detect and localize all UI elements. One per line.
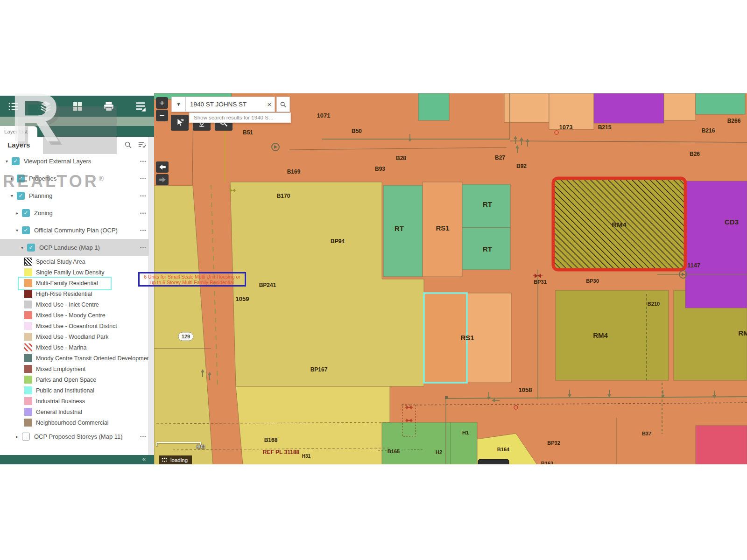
layer-tree-item[interactable]: ▸OCP Proposed Storeys (Map 11)••• xyxy=(0,428,154,445)
sidebar: Layer List Layers xyxy=(0,96,154,464)
loading-label: loading xyxy=(170,457,188,463)
chevron-down-icon[interactable]: ▾ xyxy=(11,193,17,198)
layer-menu-icon[interactable]: ••• xyxy=(140,194,147,198)
layer-checkbox[interactable]: ✓ xyxy=(22,226,30,234)
sidebar-footer: « xyxy=(0,455,154,464)
svg-text:REF PL 31188: REF PL 31188 xyxy=(263,449,300,455)
layer-menu-icon[interactable]: ••• xyxy=(140,434,147,439)
tab-layer-list[interactable]: Layer List xyxy=(0,126,37,137)
layer-checkbox[interactable]: ✓ xyxy=(17,175,25,182)
zoom-out-button[interactable]: − xyxy=(156,110,168,121)
legend-label: Single Family Low Density xyxy=(36,269,105,276)
chevron-down-icon[interactable]: ▾ xyxy=(6,159,12,164)
svg-text:RM4: RM4 xyxy=(738,329,747,337)
annotation-line1: 6 Units for Small Scale Multi Unit Housi… xyxy=(140,274,245,280)
legend-item: Single Family Low Density xyxy=(0,267,154,278)
layer-list-icon[interactable] xyxy=(7,100,20,112)
layer-menu-icon[interactable]: ••• xyxy=(140,245,147,250)
search-input[interactable] xyxy=(186,101,264,108)
layer-menu-icon[interactable]: ••• xyxy=(140,159,147,164)
layer-checkbox[interactable]: ✓ xyxy=(17,192,25,200)
legend-label: General Industrial xyxy=(36,409,82,415)
legend-item: Public and Institutional xyxy=(0,385,154,396)
layer-checkbox[interactable]: ✓ xyxy=(12,157,20,165)
svg-text:B210: B210 xyxy=(648,301,660,307)
chevron-right-icon[interactable]: ▸ xyxy=(16,210,22,216)
svg-text:BP32: BP32 xyxy=(547,440,560,446)
collapse-panel-icon[interactable]: « xyxy=(142,455,146,462)
layer-checkbox[interactable]: ✓ xyxy=(22,209,30,217)
search-icon xyxy=(124,141,132,149)
app-window: 129B511071B50B28B93B169B27B921073B215B21… xyxy=(0,0,747,560)
legend-label: Neighbourhood Commercial xyxy=(36,420,109,426)
legend-swatch xyxy=(24,290,32,298)
svg-text:B215: B215 xyxy=(598,124,612,131)
chevron-down-icon[interactable]: ▾ xyxy=(16,228,22,233)
next-extent-button[interactable] xyxy=(156,174,169,185)
layer-tree-item[interactable]: ▾✓OCP Landuse (Map 1)••• xyxy=(0,239,154,256)
legend-label: Mixed Use - Inlet Centre xyxy=(36,301,99,308)
chevron-down-icon[interactable]: ▾ xyxy=(21,245,27,250)
map-marker-dot-icon xyxy=(445,396,448,399)
legend-label: Mixed Employment xyxy=(36,366,85,372)
layer-checkbox[interactable] xyxy=(22,433,30,441)
panel-scrollbar[interactable] xyxy=(148,137,154,455)
legend-label: Multi-Family Residential xyxy=(36,280,98,287)
layer-tree-item[interactable]: ▸✓Zoning••• xyxy=(0,204,154,222)
search-source-dropdown[interactable]: ▼ xyxy=(171,97,185,112)
layer-tree: ▾✓Viewport External Layers•••▸✓Propertie… xyxy=(0,153,154,256)
previous-extent-button[interactable] xyxy=(156,161,169,173)
print-icon[interactable] xyxy=(103,100,115,112)
layer-menu-icon[interactable]: ••• xyxy=(140,176,147,181)
legend-label: Mixed Use - Woodland Park xyxy=(36,334,108,340)
layer-filter-button[interactable] xyxy=(138,141,147,149)
svg-text:129: 129 xyxy=(182,334,190,339)
layer-tree-item[interactable]: ▸✓Properties••• xyxy=(0,170,154,187)
legend-item: Mixed Employment xyxy=(0,364,154,374)
svg-text:RT: RT xyxy=(483,200,492,208)
search-icon xyxy=(280,100,287,109)
svg-text:BP30: BP30 xyxy=(586,278,599,284)
legend-swatch xyxy=(24,408,32,416)
svg-text:B37: B37 xyxy=(642,431,651,436)
layer-menu-icon[interactable]: ••• xyxy=(140,228,147,233)
legend-label: Mixed Use - Moody Centre xyxy=(36,312,106,319)
zoom-controls: + − xyxy=(156,97,168,121)
layer-tree-item[interactable]: ▾✓Planning••• xyxy=(0,187,154,204)
legend-item: Parks and Open Space xyxy=(0,374,154,385)
chevron-right-icon[interactable]: ▸ xyxy=(16,434,22,439)
legend-label: Parks and Open Space xyxy=(36,377,96,383)
layer-search-button[interactable] xyxy=(124,141,132,149)
svg-text:1059: 1059 xyxy=(236,295,249,302)
svg-text:B216: B216 xyxy=(702,127,715,134)
legend-swatch xyxy=(24,354,32,362)
select-tool-button[interactable] xyxy=(171,115,189,131)
layer-tree-item[interactable]: ▾✓Official Community Plan (OCP)••• xyxy=(0,222,154,239)
legend-item: Mixed Use - Moody Centre xyxy=(0,310,154,321)
layer-menu-icon[interactable]: ••• xyxy=(140,211,147,216)
search-button[interactable] xyxy=(276,97,290,112)
sidebar-tab-row: Layer List xyxy=(0,126,154,137)
svg-text:BP31: BP31 xyxy=(534,279,547,285)
legend-icon[interactable] xyxy=(134,100,147,112)
legend-item: Special Study Area xyxy=(0,256,154,267)
svg-text:B27: B27 xyxy=(495,154,505,161)
chevron-right-icon[interactable]: ▸ xyxy=(11,176,17,181)
svg-text:H1: H1 xyxy=(462,430,469,435)
legend-label: Industrial Business xyxy=(36,398,85,405)
svg-text:RM4: RM4 xyxy=(612,221,627,229)
layers-icon[interactable] xyxy=(39,100,52,113)
zoom-in-button[interactable]: + xyxy=(156,97,168,109)
search-suggestion[interactable]: Show search results for 1940 S… xyxy=(189,112,291,123)
legend-swatch xyxy=(24,333,32,341)
svg-text:RM4: RM4 xyxy=(593,331,608,339)
svg-text:CD3: CD3 xyxy=(725,218,739,226)
legend-swatch xyxy=(24,343,32,351)
clear-search-icon[interactable]: × xyxy=(264,100,275,108)
svg-text:B169: B169 xyxy=(287,168,301,175)
legend-swatch xyxy=(24,397,32,405)
svg-text:BP167: BP167 xyxy=(310,366,328,373)
layer-checkbox[interactable]: ✓ xyxy=(27,244,35,252)
layer-tree-item[interactable]: ▾✓Viewport External Layers••• xyxy=(0,153,154,170)
basemap-grid-icon[interactable] xyxy=(72,101,83,112)
